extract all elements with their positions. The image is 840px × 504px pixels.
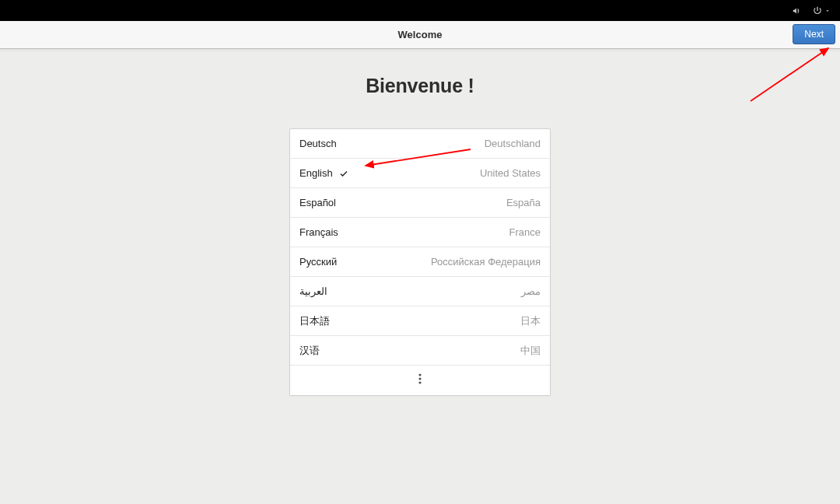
language-row-japanese[interactable]: 日本語 日本 [290, 306, 550, 336]
language-name: 汉语 [299, 344, 320, 358]
svg-point-0 [418, 373, 421, 376]
language-country: España [506, 197, 541, 208]
header-bar: Welcome Next [0, 21, 840, 49]
welcome-heading: Bienvenue ! [0, 75, 840, 97]
language-country: Deutschland [485, 138, 541, 149]
language-name: Русский [299, 256, 337, 268]
chevron-down-icon [824, 8, 831, 14]
power-icon[interactable] [812, 5, 831, 16]
language-name: Français [299, 226, 338, 238]
check-icon [339, 169, 348, 178]
next-button[interactable]: Next [793, 24, 835, 44]
language-list: Deutsch Deutschland English United State… [289, 128, 551, 396]
language-row-russian[interactable]: Русский Российская Федерация [290, 247, 550, 277]
svg-point-1 [418, 377, 421, 380]
language-name: Deutsch [299, 138, 337, 149]
language-name: English [299, 167, 333, 179]
language-row-english[interactable]: English United States [290, 159, 550, 188]
language-name: Español [299, 197, 336, 208]
more-dots-icon [418, 373, 422, 387]
language-row-chinese[interactable]: 汉语 中国 [290, 336, 550, 366]
language-country: France [509, 226, 541, 238]
language-country: Российская Федерация [431, 256, 541, 268]
system-top-bar [0, 0, 840, 21]
language-row-arabic[interactable]: العربية مصر [290, 277, 550, 306]
language-country: مصر [521, 285, 541, 297]
svg-point-2 [418, 381, 421, 383]
language-country: United States [480, 167, 541, 179]
language-country: 日本 [520, 314, 541, 328]
language-row-espanol[interactable]: Español España [290, 188, 550, 218]
page-title: Welcome [398, 29, 443, 40]
language-name: 日本語 [299, 314, 330, 328]
language-country: 中国 [520, 344, 541, 358]
annotation-arrow-next [747, 39, 840, 109]
volume-icon[interactable] [792, 5, 803, 16]
more-languages-button[interactable] [290, 366, 550, 395]
language-row-francais[interactable]: Français France [290, 218, 550, 247]
language-row-deutsch[interactable]: Deutsch Deutschland [290, 129, 550, 159]
language-name: العربية [299, 285, 327, 297]
